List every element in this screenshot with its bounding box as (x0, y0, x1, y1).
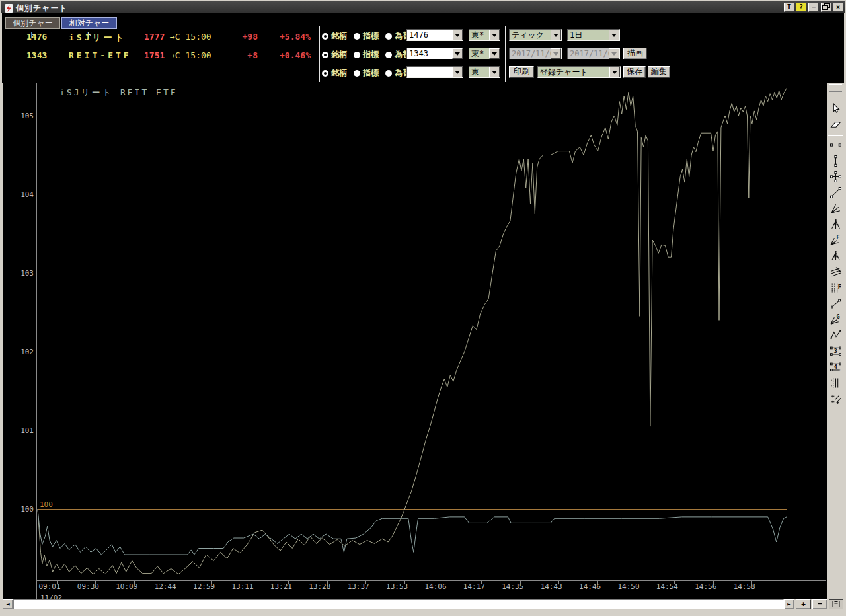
dropdown-arrow-icon[interactable] (489, 30, 500, 40)
radio-forex-1[interactable] (385, 33, 392, 40)
radio-indicator-2[interactable] (354, 52, 360, 58)
scroll-right-button[interactable]: ► (784, 599, 794, 609)
tool-fibonacci-time-zones[interactable]: F (828, 280, 844, 295)
radio-symbol-3[interactable] (322, 70, 328, 77)
dropdown-arrow-icon[interactable] (609, 30, 619, 40)
radio-indicator-label: 指標 (363, 49, 379, 60)
fan-line-2-icon (830, 250, 841, 262)
dropdown-arrow-icon[interactable] (452, 48, 463, 59)
tool-fan-line[interactable] (828, 217, 844, 232)
scroll-right-icon: ► (787, 601, 790, 607)
symbol-code-select-3[interactable] (406, 66, 463, 78)
svg-text:100: 100 (40, 500, 53, 509)
registered-chart-select[interactable]: 登録チャート (537, 66, 621, 78)
tool-gann-draw[interactable]: G (828, 312, 844, 327)
zigzag-icon (830, 330, 841, 341)
tool-fan-line-2[interactable] (828, 249, 844, 264)
tool-line-segment[interactable] (828, 296, 844, 311)
tool-vertical-parallel-lines[interactable] (828, 375, 844, 391)
chart-panel: 10510410310210110009:0109:3010:0912:4412… (3, 83, 827, 599)
tool-horizontal-line[interactable] (828, 137, 844, 153)
chart-canvas[interactable]: 10510410310210110009:0109:3010:0912:4412… (3, 83, 827, 599)
symbol-code-select-1[interactable]: 1476 (406, 29, 463, 41)
span-select[interactable]: 1日 (567, 29, 620, 41)
pointer-icon (830, 103, 841, 114)
minimize-button[interactable]: − (808, 3, 819, 12)
tool-trend-line[interactable] (828, 185, 844, 200)
market-value-3: 東 (469, 67, 489, 77)
price-levels-icon (831, 600, 841, 607)
separator (505, 26, 506, 82)
svg-text:11/02: 11/02 (40, 594, 62, 599)
radio-indicator-3[interactable] (354, 70, 360, 77)
svg-text:105: 105 (20, 112, 34, 120)
dropdown-arrow-icon (609, 48, 619, 59)
radio-indicator-1[interactable] (354, 33, 360, 40)
quote2-change: +8 (223, 50, 258, 60)
toolbar-grip[interactable] (829, 89, 842, 92)
tab-individual-chart[interactable]: 個別チャート (5, 17, 60, 29)
date-to-value: 2017/11/02 (568, 48, 609, 59)
tool-parallel-lines[interactable] (828, 264, 844, 280)
scrollbar-track[interactable] (13, 599, 784, 609)
scroll-left-icon: ◄ (6, 601, 9, 607)
svg-text:101: 101 (20, 426, 34, 435)
fibonacci-time-zones-icon: F (830, 282, 841, 293)
svg-text:4: 4 (834, 364, 837, 370)
tool-three-point-line[interactable]: 3 (828, 344, 844, 359)
symbol-code-select-2[interactable]: 1343 (406, 48, 463, 59)
tool-eraser[interactable] (828, 117, 844, 132)
tool-multi-trend-draw[interactable] (828, 201, 844, 216)
help-button[interactable]: ? (796, 3, 806, 12)
radio-symbol-label: 銘柄 (331, 49, 347, 60)
radio-symbol-1[interactable] (322, 33, 328, 40)
svg-text:3: 3 (834, 348, 837, 354)
radio-forex-3[interactable] (385, 70, 392, 77)
quote1-session: →C 15:00 (170, 32, 212, 42)
tool-zigzag[interactable] (828, 328, 844, 343)
tab-relative-chart[interactable]: 相対チャート (61, 17, 117, 29)
scroll-left-button[interactable]: ◄ (3, 599, 13, 609)
tool-fibonacci-draw[interactable]: F (828, 233, 844, 248)
save-button[interactable]: 保存 (623, 66, 646, 78)
dropdown-arrow-icon[interactable] (551, 30, 561, 40)
tool-window-button[interactable]: T (784, 3, 794, 12)
dropdown-arrow-icon[interactable] (609, 67, 620, 77)
separator (319, 26, 320, 82)
restore-button[interactable] (821, 3, 831, 12)
dropdown-arrow-icon[interactable] (452, 30, 463, 40)
radio-indicator-label: 指標 (363, 30, 379, 42)
quote2-name: REIT-ETF (69, 50, 131, 60)
radio-forex-2[interactable] (385, 52, 392, 58)
tool-vertical-line[interactable] (828, 153, 844, 169)
zoom-in-button[interactable]: + (796, 599, 811, 609)
radio-indicator-label: 指標 (363, 67, 379, 79)
market-select-2[interactable]: 東* (469, 48, 500, 59)
svg-text:G: G (837, 314, 840, 320)
dropdown-arrow-icon[interactable] (452, 67, 463, 77)
edit-button[interactable]: 編集 (648, 66, 670, 78)
radio-symbol-label: 銘柄 (331, 30, 347, 42)
draw-button[interactable]: 描画 (623, 48, 647, 59)
tool-pointer[interactable] (828, 101, 844, 116)
line-segment-icon (830, 298, 841, 309)
tool-cross-line[interactable] (828, 169, 844, 184)
market-select-1[interactable]: 東* (469, 29, 500, 41)
period-select[interactable]: ティック (509, 29, 562, 41)
tool-free-point-draw[interactable] (828, 391, 844, 406)
price-levels-button[interactable] (829, 599, 843, 609)
print-button[interactable]: 印刷 (509, 66, 534, 78)
toolbar-grip[interactable] (829, 84, 842, 87)
market-select-3[interactable]: 東 (469, 66, 500, 78)
close-button[interactable]: × (833, 3, 843, 12)
dropdown-arrow-icon[interactable] (489, 48, 500, 59)
eraser-icon (830, 119, 841, 130)
app-window: { "window": { "title": "個別チャート", "contro… (0, 0, 846, 616)
free-point-draw-icon (830, 393, 841, 404)
zoom-out-button[interactable]: − (812, 599, 827, 609)
dropdown-arrow-icon[interactable] (489, 67, 500, 77)
dropdown-arrow-icon (551, 48, 561, 59)
radio-symbol-2[interactable] (322, 52, 328, 58)
horizontal-line-icon (830, 139, 841, 151)
tool-four-point-line[interactable]: 4 (828, 360, 844, 375)
